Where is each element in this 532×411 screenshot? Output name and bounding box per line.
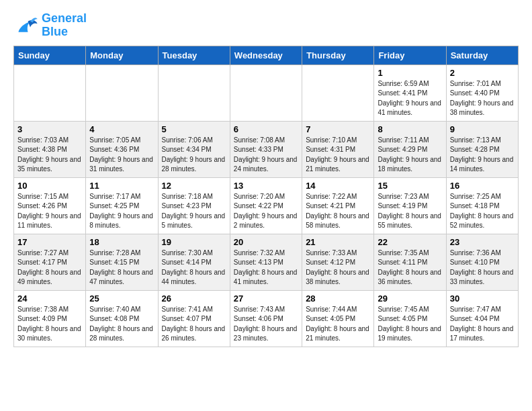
calendar-cell: 6Sunrise: 7:08 AM Sunset: 4:33 PM Daylig… xyxy=(230,121,302,177)
calendar-cell: 7Sunrise: 7:10 AM Sunset: 4:31 PM Daylig… xyxy=(302,121,374,177)
calendar-cell xyxy=(86,64,158,121)
day-info: Sunrise: 7:47 AM Sunset: 4:04 PM Dayligh… xyxy=(450,305,515,344)
day-number: 12 xyxy=(162,181,226,191)
calendar-cell: 27Sunrise: 7:43 AM Sunset: 4:06 PM Dayli… xyxy=(230,290,302,347)
day-number: 18 xyxy=(89,237,154,247)
day-info: Sunrise: 7:30 AM Sunset: 4:14 PM Dayligh… xyxy=(162,248,226,287)
day-number: 28 xyxy=(306,293,370,304)
day-info: Sunrise: 7:05 AM Sunset: 4:36 PM Dayligh… xyxy=(89,136,154,175)
day-info: Sunrise: 7:44 AM Sunset: 4:05 PM Dayligh… xyxy=(306,305,370,344)
day-number: 4 xyxy=(89,124,154,134)
day-info: Sunrise: 7:03 AM Sunset: 4:38 PM Dayligh… xyxy=(17,136,82,175)
calendar-cell: 21Sunrise: 7:33 AM Sunset: 4:12 PM Dayli… xyxy=(302,234,374,290)
page-header: General Blue xyxy=(0,0,532,46)
calendar-body: 1Sunrise: 6:59 AM Sunset: 4:41 PM Daylig… xyxy=(14,64,519,347)
calendar-cell xyxy=(14,64,86,121)
day-number: 30 xyxy=(450,293,515,304)
calendar-cell: 15Sunrise: 7:23 AM Sunset: 4:19 PM Dayli… xyxy=(374,177,446,234)
calendar-cell: 9Sunrise: 7:13 AM Sunset: 4:28 PM Daylig… xyxy=(446,121,518,177)
day-number: 11 xyxy=(89,181,154,191)
calendar-cell: 17Sunrise: 7:27 AM Sunset: 4:17 PM Dayli… xyxy=(14,234,86,290)
calendar-cell: 20Sunrise: 7:32 AM Sunset: 4:13 PM Dayli… xyxy=(230,234,302,290)
calendar-cell: 28Sunrise: 7:44 AM Sunset: 4:05 PM Dayli… xyxy=(302,290,374,347)
calendar-cell: 25Sunrise: 7:40 AM Sunset: 4:08 PM Dayli… xyxy=(86,290,158,347)
day-number: 17 xyxy=(17,237,82,247)
day-number: 3 xyxy=(17,124,82,134)
day-number: 9 xyxy=(450,124,515,134)
day-number: 6 xyxy=(234,124,298,134)
day-number: 23 xyxy=(450,237,515,247)
logo-text: General Blue xyxy=(42,12,87,39)
calendar-cell: 10Sunrise: 7:15 AM Sunset: 4:26 PM Dayli… xyxy=(14,177,86,234)
calendar-cell: 23Sunrise: 7:36 AM Sunset: 4:10 PM Dayli… xyxy=(446,234,518,290)
calendar-week-row: 3Sunrise: 7:03 AM Sunset: 4:38 PM Daylig… xyxy=(14,121,519,177)
calendar-cell: 3Sunrise: 7:03 AM Sunset: 4:38 PM Daylig… xyxy=(14,121,86,177)
day-number: 8 xyxy=(378,124,442,134)
day-info: Sunrise: 7:15 AM Sunset: 4:26 PM Dayligh… xyxy=(17,192,82,231)
day-info: Sunrise: 7:06 AM Sunset: 4:34 PM Dayligh… xyxy=(162,136,226,175)
day-info: Sunrise: 7:23 AM Sunset: 4:19 PM Dayligh… xyxy=(378,192,442,231)
calendar-cell: 5Sunrise: 7:06 AM Sunset: 4:34 PM Daylig… xyxy=(158,121,230,177)
day-info: Sunrise: 7:41 AM Sunset: 4:07 PM Dayligh… xyxy=(162,305,226,344)
day-info: Sunrise: 7:33 AM Sunset: 4:12 PM Dayligh… xyxy=(306,248,370,287)
day-number: 19 xyxy=(162,237,226,247)
calendar-week-row: 17Sunrise: 7:27 AM Sunset: 4:17 PM Dayli… xyxy=(14,234,519,290)
day-number: 16 xyxy=(450,181,515,191)
day-number: 10 xyxy=(17,181,82,191)
day-number: 27 xyxy=(234,293,298,304)
day-info: Sunrise: 7:11 AM Sunset: 4:29 PM Dayligh… xyxy=(378,136,442,175)
day-info: Sunrise: 6:59 AM Sunset: 4:41 PM Dayligh… xyxy=(378,79,442,118)
day-info: Sunrise: 7:13 AM Sunset: 4:28 PM Dayligh… xyxy=(450,136,515,175)
day-info: Sunrise: 7:18 AM Sunset: 4:23 PM Dayligh… xyxy=(162,192,226,231)
day-info: Sunrise: 7:32 AM Sunset: 4:13 PM Dayligh… xyxy=(234,248,298,287)
calendar-week-row: 10Sunrise: 7:15 AM Sunset: 4:26 PM Dayli… xyxy=(14,177,519,234)
day-number: 21 xyxy=(306,237,370,247)
calendar-cell: 24Sunrise: 7:38 AM Sunset: 4:09 PM Dayli… xyxy=(14,290,86,347)
day-number: 1 xyxy=(378,68,442,78)
day-info: Sunrise: 7:20 AM Sunset: 4:22 PM Dayligh… xyxy=(234,192,298,231)
day-number: 20 xyxy=(234,237,298,247)
weekday-row: SundayMondayTuesdayWednesdayThursdayFrid… xyxy=(14,46,519,64)
weekday-header: Friday xyxy=(374,46,446,64)
calendar-cell: 12Sunrise: 7:18 AM Sunset: 4:23 PM Dayli… xyxy=(158,177,230,234)
day-number: 22 xyxy=(378,237,442,247)
day-number: 13 xyxy=(234,181,298,191)
calendar-cell: 11Sunrise: 7:17 AM Sunset: 4:25 PM Dayli… xyxy=(86,177,158,234)
calendar-cell: 16Sunrise: 7:25 AM Sunset: 4:18 PM Dayli… xyxy=(446,177,518,234)
day-info: Sunrise: 7:28 AM Sunset: 4:15 PM Dayligh… xyxy=(89,248,154,287)
day-info: Sunrise: 7:38 AM Sunset: 4:09 PM Dayligh… xyxy=(17,305,82,344)
day-number: 5 xyxy=(162,124,226,134)
logo-icon xyxy=(13,15,38,36)
day-info: Sunrise: 7:08 AM Sunset: 4:33 PM Dayligh… xyxy=(234,136,298,175)
day-number: 7 xyxy=(306,124,370,134)
calendar-cell xyxy=(230,64,302,121)
calendar-cell: 2Sunrise: 7:01 AM Sunset: 4:40 PM Daylig… xyxy=(446,64,518,121)
calendar-cell: 8Sunrise: 7:11 AM Sunset: 4:29 PM Daylig… xyxy=(374,121,446,177)
calendar-wrapper: SundayMondayTuesdayWednesdayThursdayFrid… xyxy=(0,46,532,354)
day-info: Sunrise: 7:36 AM Sunset: 4:10 PM Dayligh… xyxy=(450,248,515,287)
weekday-header: Monday xyxy=(86,46,158,64)
calendar-cell: 4Sunrise: 7:05 AM Sunset: 4:36 PM Daylig… xyxy=(86,121,158,177)
day-info: Sunrise: 7:17 AM Sunset: 4:25 PM Dayligh… xyxy=(89,192,154,231)
logo: General Blue xyxy=(13,12,87,39)
day-info: Sunrise: 7:10 AM Sunset: 4:31 PM Dayligh… xyxy=(306,136,370,175)
day-info: Sunrise: 7:45 AM Sunset: 4:05 PM Dayligh… xyxy=(378,305,442,344)
day-info: Sunrise: 7:25 AM Sunset: 4:18 PM Dayligh… xyxy=(450,192,515,231)
calendar-cell: 18Sunrise: 7:28 AM Sunset: 4:15 PM Dayli… xyxy=(86,234,158,290)
day-number: 15 xyxy=(378,181,442,191)
weekday-header: Wednesday xyxy=(230,46,302,64)
day-info: Sunrise: 7:40 AM Sunset: 4:08 PM Dayligh… xyxy=(89,305,154,344)
calendar-week-row: 1Sunrise: 6:59 AM Sunset: 4:41 PM Daylig… xyxy=(14,64,519,121)
weekday-header: Saturday xyxy=(446,46,518,64)
day-number: 14 xyxy=(306,181,370,191)
calendar-cell xyxy=(302,64,374,121)
day-number: 26 xyxy=(162,293,226,304)
calendar-week-row: 24Sunrise: 7:38 AM Sunset: 4:09 PM Dayli… xyxy=(14,290,519,347)
calendar-cell: 13Sunrise: 7:20 AM Sunset: 4:22 PM Dayli… xyxy=(230,177,302,234)
calendar-cell: 14Sunrise: 7:22 AM Sunset: 4:21 PM Dayli… xyxy=(302,177,374,234)
day-number: 29 xyxy=(378,293,442,304)
weekday-header: Thursday xyxy=(302,46,374,64)
weekday-header: Tuesday xyxy=(158,46,230,64)
calendar-cell: 29Sunrise: 7:45 AM Sunset: 4:05 PM Dayli… xyxy=(374,290,446,347)
calendar-cell: 1Sunrise: 6:59 AM Sunset: 4:41 PM Daylig… xyxy=(374,64,446,121)
